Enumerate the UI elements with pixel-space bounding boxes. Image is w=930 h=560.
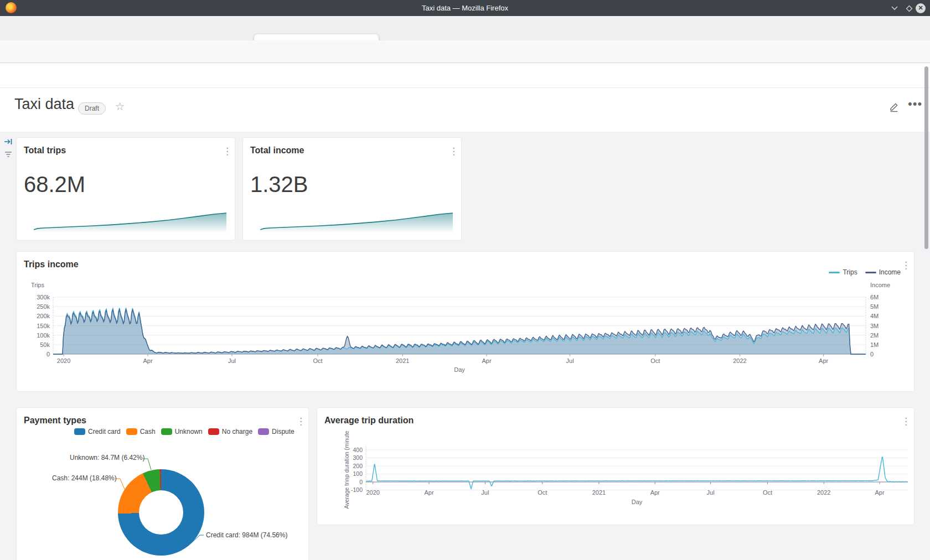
legend-item-income[interactable]: Income <box>865 268 901 276</box>
legend-item-no-charge[interactable]: No charge <box>208 428 252 435</box>
svg-text:2021: 2021 <box>592 489 606 496</box>
close-icon: ✕ <box>916 3 926 13</box>
svg-text:Oct: Oct <box>763 489 772 496</box>
svg-text:5M: 5M <box>870 303 879 310</box>
svg-text:Jul: Jul <box>228 357 236 364</box>
callout-label-unknown: Unknown: 84.7M (6.42%) <box>70 454 144 462</box>
svg-text:2022: 2022 <box>817 489 830 496</box>
svg-text:2020: 2020 <box>57 357 70 364</box>
svg-text:300: 300 <box>353 454 363 461</box>
callout-label-credit-card: Credit card: 984M (74.56%) <box>206 531 287 539</box>
card-title: Total trips <box>24 146 66 155</box>
scrollbar-thumb[interactable] <box>924 66 928 249</box>
svg-text:3M: 3M <box>870 323 879 329</box>
page-title: Taxi data <box>14 96 74 113</box>
edit-dashboard-button[interactable] <box>888 101 900 112</box>
svg-text:400: 400 <box>353 447 363 453</box>
filter-icon[interactable] <box>4 151 13 158</box>
close-button[interactable]: ✕ <box>913 0 928 16</box>
pie-legend[interactable]: Credit cardCashUnknownNo chargeDispute <box>74 428 294 435</box>
svg-text:0: 0 <box>870 351 874 357</box>
dashboard-header: Taxi data Draft ☆ ••• <box>0 88 930 132</box>
kebab-menu-icon[interactable]: ⋮ <box>901 261 911 270</box>
titlebar: Taxi data — Mozilla Firefox ✕ <box>0 0 930 16</box>
tab-bar: MinIO Console✕Cluster Overview - Trino✕∞… <box>0 16 930 40</box>
trips-income-card: Trips income ⋮ TripsIncome 300k6M250k5M2… <box>17 252 914 391</box>
svg-text:Apr: Apr <box>819 357 828 364</box>
svg-text:0: 0 <box>359 479 363 485</box>
svg-text:Income: Income <box>870 282 890 288</box>
total-trips-value: 68.2M <box>24 172 85 197</box>
svg-text:Jul: Jul <box>481 489 489 496</box>
svg-text:100: 100 <box>353 470 363 477</box>
income-sparkline-chart[interactable] <box>260 211 453 233</box>
window-title: Taxi data — Mozilla Firefox <box>0 0 930 16</box>
svg-text:2021: 2021 <box>396 357 409 364</box>
pencil-icon <box>888 101 900 112</box>
svg-text:Oct: Oct <box>313 357 322 364</box>
svg-text:Average trinp duration (minute: Average trinp duration (minute <box>343 431 350 509</box>
trips-sparkline-chart[interactable] <box>34 211 226 233</box>
card-title: Total income <box>250 146 304 155</box>
minimize-button[interactable] <box>887 0 902 16</box>
superset-navbar: ∞ Superset DashboardsChartsSQL Lab▾Data▾… <box>0 63 930 88</box>
svg-text:4M: 4M <box>870 313 879 319</box>
chart-legend[interactable]: TripsIncome <box>829 268 901 276</box>
total-income-card: Total income ⋮ 1.32B <box>243 138 461 240</box>
expand-filter-bar-icon[interactable] <box>4 137 13 146</box>
svg-text:200k: 200k <box>37 313 50 319</box>
svg-text:2M: 2M <box>870 332 879 339</box>
trips-income-chart[interactable]: 300k6M250k5M200k4M150k3M100k2M50k1M00Tri… <box>17 252 914 391</box>
browser-toolbar: ← → 172.18.0.4:32295/superset/dashboard/… <box>0 40 930 63</box>
browser-window: Taxi data — Mozilla Firefox ✕ MinIO Cons… <box>0 0 930 560</box>
svg-text:Day: Day <box>632 499 643 505</box>
card-title: Payment types <box>24 416 86 426</box>
avg-trip-duration-card: Average trip duration ⋮ 4003002001000-10… <box>317 408 914 525</box>
svg-text:50k: 50k <box>40 341 50 348</box>
svg-text:-100: -100 <box>351 486 363 493</box>
svg-text:Apr: Apr <box>875 489 885 496</box>
svg-text:Jul: Jul <box>566 357 574 364</box>
svg-text:Oct: Oct <box>650 357 660 364</box>
kebab-menu-icon[interactable]: ⋮ <box>223 147 232 156</box>
donut-hole <box>139 490 183 535</box>
legend-item-trips[interactable]: Trips <box>829 268 857 276</box>
svg-text:150k: 150k <box>37 323 50 329</box>
svg-text:Jul: Jul <box>707 489 715 496</box>
callout-label-cash: Cash: 244M (18.48%) <box>52 474 117 482</box>
svg-text:300k: 300k <box>37 294 50 300</box>
svg-text:Day: Day <box>454 366 465 373</box>
legend-item-cash[interactable]: Cash <box>126 428 156 435</box>
dashboard-body: Total trips ⋮ 68.2M Total income ⋮ 1.32B… <box>0 132 930 560</box>
svg-text:Apr: Apr <box>482 357 491 364</box>
legend-item-credit-card[interactable]: Credit card <box>74 428 121 435</box>
status-badge: Draft <box>78 102 106 115</box>
svg-text:Oct: Oct <box>538 489 547 496</box>
card-title: Average trip duration <box>324 416 414 426</box>
chevron-down-icon <box>891 6 898 11</box>
svg-text:200: 200 <box>353 463 363 469</box>
svg-text:0: 0 <box>46 351 50 357</box>
svg-text:2022: 2022 <box>733 357 746 364</box>
payment-types-card: Payment types ⋮ Credit cardCashUnknownNo… <box>17 408 308 560</box>
diamond-icon <box>905 4 913 12</box>
svg-text:250k: 250k <box>37 303 50 310</box>
total-income-value: 1.32B <box>250 172 308 197</box>
svg-text:100k: 100k <box>37 332 50 339</box>
kebab-menu-icon[interactable]: ⋮ <box>296 417 306 426</box>
legend-item-unknown[interactable]: Unknown <box>161 428 203 435</box>
svg-text:Apr: Apr <box>424 489 433 496</box>
card-title: Trips income <box>24 260 79 269</box>
svg-text:1M: 1M <box>870 341 879 348</box>
legend-item-dispute[interactable]: Dispute <box>258 428 294 435</box>
svg-text:6M: 6M <box>870 294 879 300</box>
svg-text:2020: 2020 <box>366 489 379 496</box>
more-options-icon[interactable]: ••• <box>908 97 922 111</box>
svg-text:Apr: Apr <box>650 489 660 496</box>
total-trips-card: Total trips ⋮ 68.2M <box>17 138 235 240</box>
svg-text:Trips: Trips <box>31 282 45 288</box>
kebab-menu-icon[interactable]: ⋮ <box>901 417 911 426</box>
favorite-star-icon[interactable]: ☆ <box>115 100 125 113</box>
kebab-menu-icon[interactable]: ⋮ <box>449 147 458 156</box>
svg-text:Apr: Apr <box>143 357 152 364</box>
